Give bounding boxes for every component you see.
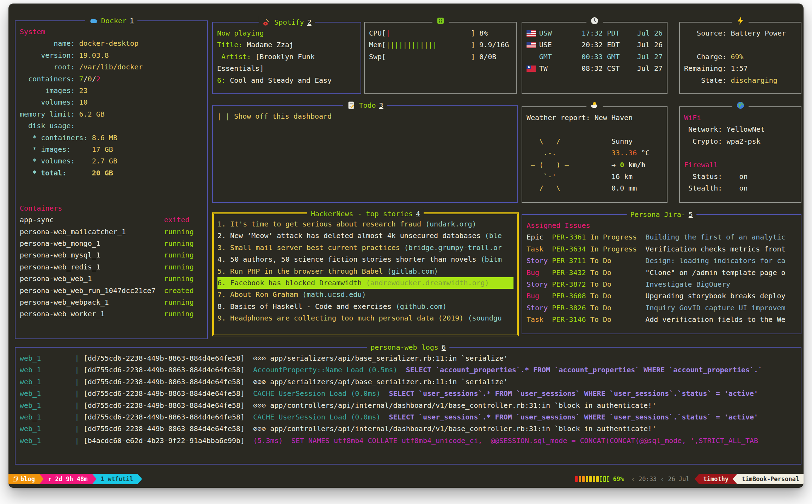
- text-seg: In Progress: [590, 233, 646, 241]
- hn-story[interactable]: 9. Headphones are collecting too much pe…: [217, 312, 513, 324]
- text-seg: To Do: [590, 256, 646, 265]
- text-seg: running: [164, 251, 193, 259]
- logs-panel[interactable]: persona-web logs 6 web_1 | [dd755cd6-223…: [15, 347, 801, 465]
- hn-story-selected[interactable]: 6. Facebook has blocked Dreamwidth (andr…: [217, 277, 513, 289]
- status-bar-right: 69%‹20:33‹26 JultimothytimBook-Personal: [573, 474, 804, 484]
- hostname-label: timBook-Personal: [742, 474, 799, 484]
- clock-time: 17:32 PDT: [582, 27, 637, 39]
- battery-cell-icon: [607, 476, 609, 482]
- text-seg: * total:: [20, 169, 92, 177]
- text-seg: memory limit:: [20, 110, 79, 118]
- window-tab-wtfutil[interactable]: 1 wtfutil: [97, 474, 137, 484]
- text-seg: 8.6 MB: [92, 133, 117, 142]
- us-flag-icon: [527, 42, 539, 48]
- text-seg: /var/lib/docker: [79, 63, 143, 71]
- hn-story-title: 7. About Ron Graham: [217, 290, 302, 299]
- weather-panel[interactable]: Weather report: New Haven \ / Sunny .-. …: [522, 106, 668, 203]
- text-seg: disk usage:: [20, 122, 75, 130]
- clock-date: Jul 26: [637, 27, 663, 39]
- battery-cell-icon: [593, 476, 595, 482]
- hn-story[interactable]: 5. Run PHP in the browser through Babel …: [217, 266, 513, 277]
- text-line: * images: 17 GB: [20, 144, 203, 155]
- text-seg: * volumes:: [20, 157, 92, 165]
- text-seg: running: [164, 239, 193, 248]
- battery-panel-content: Source: Battery Power Charge: 69%Remaini…: [680, 23, 801, 93]
- text-seg: Building the first of an analytic: [645, 233, 785, 241]
- docker-panel[interactable]: Docker 1 System name: docker-desktop ver…: [15, 20, 208, 339]
- text-seg: [b4acdc60-e62d-4b23-9f22-91a4bba6e99b]: [84, 436, 245, 445]
- hn-story[interactable]: 1. It's time to get serious about resear…: [217, 218, 513, 230]
- tmux-session-icon: [13, 477, 18, 482]
- text-seg: CACHE UserSession Load (0.0ms): [245, 389, 380, 398]
- statusbar-time: 20:33: [639, 474, 657, 484]
- text-seg: [dd755cd6-2238-449b-8863-884d4e64fe58]: [84, 366, 245, 374]
- tw-flag-icon: [527, 66, 539, 72]
- text-seg: Firewall: [684, 161, 718, 169]
- text-line: app-sync exited: [20, 214, 203, 226]
- hn-story-title: 9. Headphones are collecting too much pe…: [217, 314, 468, 322]
- text-seg: web_1 |: [20, 424, 84, 433]
- hn-story[interactable]: 4. 50 authors, 50 science fiction storie…: [217, 254, 513, 265]
- text-seg: 2: [96, 75, 100, 83]
- text-line: Task PER-3146 To Do Add verification fie…: [527, 314, 796, 325]
- text-seg: volumes:: [20, 98, 79, 106]
- todo-panel-content: | | Show off this dashboard: [213, 106, 517, 202]
- text-seg: persona-web_mysql_1: [20, 251, 164, 259]
- text-seg: 6:: [217, 76, 230, 85]
- text-seg: web_1 |: [20, 389, 84, 398]
- text-line: Mem[|||||||||||| ] 9.9/16G: [369, 39, 512, 51]
- text-line: containers: 7/0/2: [20, 73, 203, 85]
- text-seg: discharging: [731, 76, 777, 85]
- hackernews-panel[interactable]: HackerNews - top stories 4 1. It's time …: [212, 212, 519, 336]
- clock-time: 20:32 EDT: [582, 39, 637, 51]
- text-seg: Stealth: on: [684, 184, 748, 192]
- network-security-panel[interactable]: WiFi Network: YellowNet Crypto: wpa2-psk…: [679, 106, 801, 203]
- text-seg: 0.0 mm: [611, 184, 637, 192]
- text-line: persona-web_mongo_1 running: [20, 238, 203, 249]
- uptime-label: ↑ 2d 9h 48m: [48, 474, 88, 484]
- hn-story[interactable]: 7. About Ron Graham (math.ucsd.edu): [217, 289, 513, 300]
- text-seg: web_1 |: [20, 436, 84, 445]
- clock-zone-label: USE: [539, 39, 582, 51]
- battery-cell-icon: [579, 476, 581, 482]
- text-seg: SELECT `user_sessions`.* FROM `user_sess…: [381, 413, 758, 421]
- text-line: * volumes: 2.7 GB: [20, 155, 203, 167]
- jira-panel[interactable]: Persona Jira- 5 Assigned IssuesEpic PER-…: [522, 214, 801, 334]
- text-seg: running: [164, 228, 193, 236]
- spotify-panel[interactable]: Spotify 2 Now playingTitle: Madame Zzaj …: [212, 22, 361, 94]
- text-line: [684, 39, 796, 51]
- todo-panel[interactable]: Todo 3 | | Show off this dashboard: [212, 105, 518, 203]
- battery-panel[interactable]: Source: Battery Power Charge: 69%Remaini…: [679, 22, 801, 94]
- hn-story-title: 4. 50 authors, 50 science fiction storie…: [217, 255, 481, 263]
- hn-story[interactable]: 3. Small mail server best current practi…: [217, 242, 513, 254]
- system-resources-panel[interactable]: CPU[| ] 8%Mem[|||||||||||| ] 9.9/16GSwp[…: [364, 22, 517, 94]
- text-line: [684, 147, 796, 159]
- text-seg: Madame Zzaj: [247, 41, 293, 49]
- docker-panel-content: System name: docker-desktop version: 19.…: [16, 21, 207, 338]
- text-seg: PER-3146: [552, 315, 590, 324]
- battery-cell-icon: [582, 476, 585, 482]
- text-seg: PER-3634: [552, 245, 590, 253]
- hn-story[interactable]: 2. New ‘Meow’ attack has deleted almost …: [217, 230, 513, 242]
- text-seg: Design: loading indicators for ca: [645, 256, 785, 265]
- text-seg: 7: [79, 75, 84, 83]
- text-seg: PER-3826: [552, 304, 590, 312]
- text-line: root: /var/lib/docker: [20, 61, 203, 73]
- text-seg: persona-web_web_run_1047dcc21ce7: [20, 286, 164, 295]
- text-line: System: [20, 26, 203, 38]
- text-seg: persona-web_mailcatcher_1: [20, 228, 164, 236]
- world-clocks-panel[interactable]: USW17:32 PDTJul 26USE20:32 EDTJul 26GMT0…: [522, 22, 668, 94]
- text-seg: running: [164, 310, 193, 318]
- text-seg: WiFi: [684, 113, 701, 122]
- text-seg: * containers:: [20, 133, 92, 142]
- text-line: name: docker-desktop: [20, 38, 203, 49]
- text-seg: Story: [527, 304, 552, 312]
- text-seg: Task: [527, 315, 552, 324]
- text-line: Status: on: [684, 171, 796, 182]
- session-name-segment[interactable]: blog: [8, 474, 39, 484]
- text-line: images: 23: [20, 85, 203, 97]
- clock-date: Jul 27: [637, 63, 663, 74]
- text-line: Epic PER-3361 In Progress Building the f…: [527, 231, 796, 243]
- hn-story-title: 6. Facebook has blocked Dreamwidth: [217, 279, 366, 287]
- hn-story[interactable]: 8. Basics of Haskell - Code and exercise…: [217, 301, 513, 312]
